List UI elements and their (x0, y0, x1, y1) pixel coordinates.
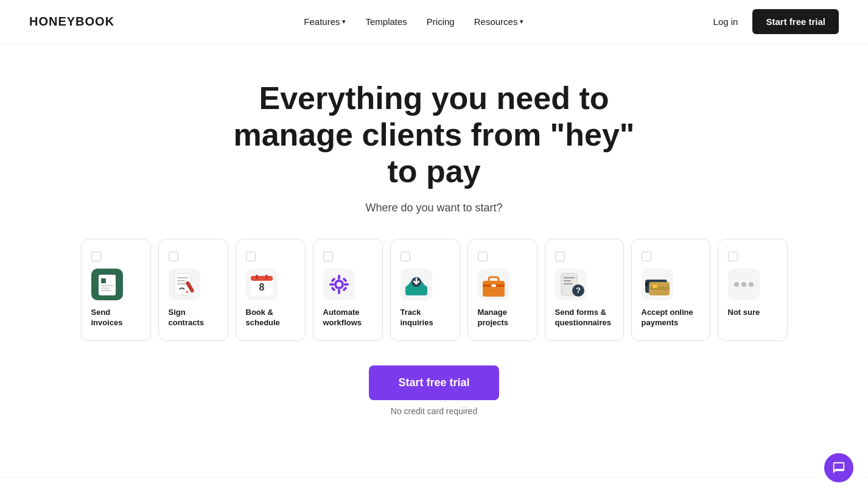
card-send-invoices[interactable]: $ Sendinvoices (81, 239, 151, 341)
nav-templates[interactable]: Templates (365, 16, 407, 27)
svg-rect-19 (265, 275, 268, 280)
payments-icon (642, 269, 673, 300)
cta-note: No credit card required (29, 406, 839, 416)
cta-section: Start free trial No credit card required (29, 365, 839, 416)
svg-text:8: 8 (259, 282, 264, 292)
card-label-contracts: Signcontracts (169, 308, 205, 328)
svg-rect-44 (564, 280, 571, 281)
hero-section: Everything you need to manage clients fr… (0, 44, 868, 477)
card-send-forms[interactable]: ? Send forms &questionnaires (545, 239, 624, 341)
card-automate-workflows[interactable]: Automateworkflows (313, 239, 383, 341)
card-label-book: Book &schedule (246, 308, 280, 328)
nav-cta-group: Log in Start free trial (713, 9, 839, 34)
card-label-invoices: Sendinvoices (91, 308, 123, 328)
card-checkbox-forms[interactable] (555, 252, 565, 261)
book-icon: 8 (246, 269, 278, 300)
hero-title: Everything you need to manage clients fr… (221, 80, 647, 189)
svg-rect-24 (338, 275, 340, 280)
card-label-automate: Automateworkflows (323, 308, 362, 328)
svg-rect-25 (338, 289, 340, 294)
svg-rect-4 (101, 285, 113, 286)
card-checkbox-manage[interactable] (478, 252, 488, 261)
nav-resources[interactable]: Resources ▾ (474, 16, 524, 27)
stats-section: $8B+ earned by HoneyBook members 90% of … (0, 477, 868, 497)
invoices-icon: $ (91, 269, 123, 300)
card-accept-payments[interactable]: Accept onlinepayments (631, 239, 710, 341)
svg-rect-9 (177, 277, 188, 278)
svg-rect-40 (491, 284, 496, 287)
navbar: HONEYBOOK Features ▾ Templates Pricing R… (0, 0, 868, 44)
svg-rect-43 (564, 277, 575, 278)
nav-trial-button[interactable]: Start free trial (752, 9, 839, 34)
chevron-down-icon: ▾ (342, 18, 346, 26)
svg-point-57 (749, 282, 754, 287)
hero-subtitle: Where do you want to start? (29, 202, 839, 214)
card-checkbox-notsure[interactable] (728, 252, 738, 261)
svg-text:$: $ (105, 277, 108, 283)
card-label-track: Trackinquiries (401, 308, 433, 328)
svg-rect-34 (408, 288, 425, 293)
card-sign-contracts[interactable]: Signcontracts (158, 239, 228, 341)
card-checkbox-payments[interactable] (642, 252, 651, 261)
contracts-icon (169, 269, 200, 300)
svg-rect-17 (251, 276, 273, 281)
svg-rect-53 (653, 284, 657, 288)
chevron-down-icon: ▾ (520, 18, 523, 26)
svg-point-55 (734, 282, 739, 287)
nav-pricing[interactable]: Pricing (427, 16, 455, 27)
forms-icon: ? (555, 269, 587, 300)
automate-icon (323, 269, 355, 300)
svg-rect-52 (649, 287, 670, 290)
svg-text:?: ? (576, 286, 581, 295)
card-label-payments: Accept onlinepayments (642, 308, 693, 328)
svg-rect-10 (177, 280, 186, 281)
logo[interactable]: HONEYBOOK (29, 15, 114, 29)
hero-trial-button[interactable]: Start free trial (369, 365, 499, 400)
login-button[interactable]: Log in (713, 16, 738, 27)
card-manage-projects[interactable]: Manageprojects (467, 239, 537, 341)
card-book-schedule[interactable]: 8 Book &schedule (236, 239, 306, 341)
card-checkbox-automate[interactable] (323, 252, 333, 261)
card-track-inquiries[interactable]: Trackinquiries (390, 239, 460, 341)
chat-icon (832, 461, 845, 474)
svg-point-56 (741, 282, 746, 287)
notsure-icon (728, 269, 760, 300)
card-checkbox-invoices[interactable] (91, 252, 101, 261)
nav-features[interactable]: Features ▾ (304, 16, 346, 27)
svg-rect-26 (329, 283, 334, 286)
card-checkbox-book[interactable] (246, 252, 256, 261)
svg-rect-5 (101, 287, 110, 289)
track-icon (401, 269, 432, 300)
svg-rect-45 (564, 283, 573, 284)
svg-point-23 (337, 282, 341, 287)
svg-rect-18 (256, 275, 258, 280)
card-not-sure[interactable]: Not sure (718, 239, 788, 341)
svg-rect-37 (483, 281, 505, 297)
card-label-forms: Send forms &questionnaires (555, 308, 611, 328)
chat-bubble-button[interactable] (824, 453, 853, 482)
manage-icon (478, 269, 509, 300)
svg-rect-11 (177, 283, 187, 284)
card-label-manage: Manageprojects (478, 308, 509, 328)
nav-links: Features ▾ Templates Pricing Resources ▾ (304, 16, 523, 27)
card-checkbox-contracts[interactable] (169, 252, 178, 261)
svg-rect-6 (101, 290, 111, 291)
card-checkbox-track[interactable] (401, 252, 410, 261)
feature-cards-container: $ Sendinvoices (29, 239, 839, 341)
svg-rect-27 (344, 283, 349, 286)
card-label-notsure: Not sure (728, 308, 760, 318)
